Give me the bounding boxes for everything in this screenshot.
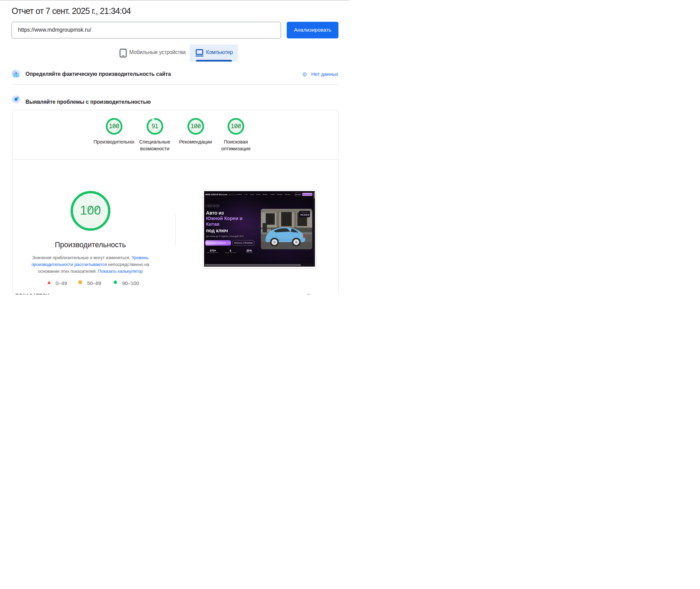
svg-text:91: 91	[151, 122, 158, 129]
svg-text:100: 100	[80, 203, 101, 217]
